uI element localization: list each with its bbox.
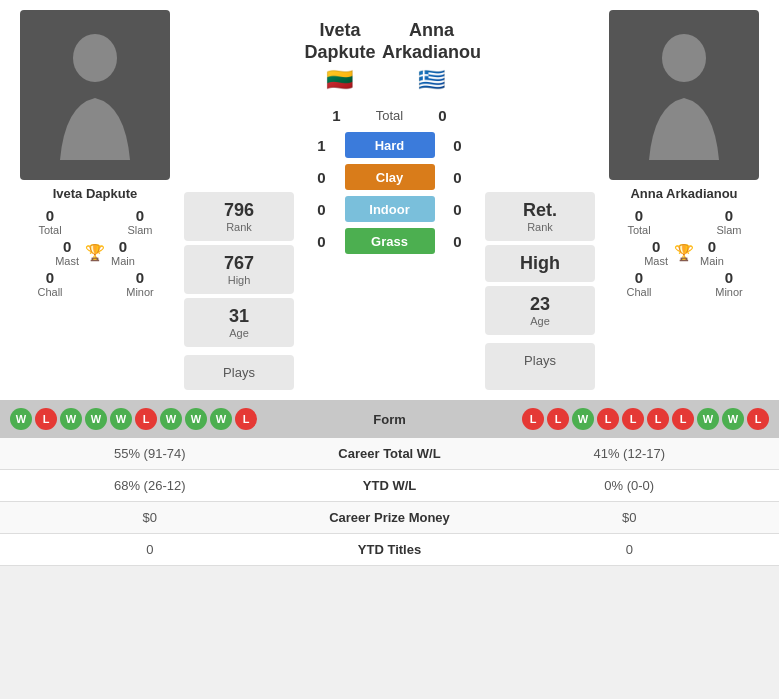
player2-rank-box: Ret. Rank: [485, 192, 595, 241]
player1-rank-box: 796 Rank: [184, 192, 294, 241]
form-badge-p1: W: [10, 408, 32, 430]
stats-row: 68% (26-12) YTD W/L 0% (0-0): [0, 470, 779, 502]
stats-center-2: Career Prize Money: [290, 510, 490, 525]
stats-right-3: 0: [490, 542, 770, 557]
player1-avatar: [20, 10, 170, 180]
form-section: WLWWWLWWWL Form LLWLLLLWWL: [0, 400, 779, 438]
player1-slam: 0 Slam: [100, 207, 180, 236]
stats-center-3: YTD Titles: [290, 542, 490, 557]
form-badge-p2: W: [572, 408, 594, 430]
player2-form-badges: LLWLLLLWWL: [522, 408, 769, 430]
stats-center-1: YTD W/L: [290, 478, 490, 493]
trophy-icon-2: 🏆: [674, 243, 694, 262]
form-badge-p1: W: [185, 408, 207, 430]
stats-row: $0 Career Prize Money $0: [0, 502, 779, 534]
stats-center-0: Career Total W/L: [290, 446, 490, 461]
player1-silhouette: [45, 30, 145, 160]
form-badge-p2: L: [522, 408, 544, 430]
player2-slam: 0 Slam: [689, 207, 769, 236]
top-section: Iveta Dapkute 0 Total 0 Slam 0 Mast 🏆: [0, 0, 779, 390]
p1-flag: 🇱🇹: [298, 67, 382, 93]
form-badge-p2: L: [597, 408, 619, 430]
player2-total: 0 Total: [599, 207, 679, 236]
stats-left-3: 0: [10, 542, 290, 557]
stats-table: 55% (91-74) Career Total W/L 41% (12-17)…: [0, 438, 779, 566]
player1-chall: 0 Chall: [10, 269, 90, 298]
player1-main: 0 Main: [111, 238, 135, 267]
form-badge-p1: W: [110, 408, 132, 430]
player2-plays-box: Plays: [485, 343, 595, 390]
p1-header-name: Iveta Dapkute: [298, 20, 382, 63]
player2-avatar: [609, 10, 759, 180]
form-badge-p2: L: [622, 408, 644, 430]
player2-trophy-row: 0 Mast 🏆 0 Main: [644, 238, 724, 267]
form-badge-p1: W: [160, 408, 182, 430]
stats-left-1: 68% (26-12): [10, 478, 290, 493]
player1-form-badges: WLWWWLWWWL: [10, 408, 257, 430]
stats-left-2: $0: [10, 510, 290, 525]
player2-minor: 0 Minor: [689, 269, 769, 298]
indoor-badge: Indoor: [345, 196, 435, 222]
p2-flag: 🇬🇷: [382, 67, 481, 93]
p2-header-name: Anna Arkadianou: [382, 20, 481, 63]
player1-age-box: 31 Age: [184, 298, 294, 347]
player1-total: 0 Total: [10, 207, 90, 236]
form-badge-p2: L: [647, 408, 669, 430]
form-badge-p1: W: [210, 408, 232, 430]
total-row: 1 Total 0: [326, 107, 454, 124]
player2-chall-minor: 0 Chall 0 Minor: [599, 269, 769, 298]
form-badge-p1: W: [60, 408, 82, 430]
trophy-icon-1: 🏆: [85, 243, 105, 262]
stats-right-0: 41% (12-17): [490, 446, 770, 461]
form-badge-p2: L: [547, 408, 569, 430]
player2-chall: 0 Chall: [599, 269, 679, 298]
indoor-row: 0 Indoor 0: [311, 196, 469, 222]
hard-row: 1 Hard 0: [311, 132, 469, 158]
stats-right-1: 0% (0-0): [490, 478, 770, 493]
player1-card: Iveta Dapkute 0 Total 0 Slam 0 Mast 🏆: [10, 10, 180, 390]
stats-row: 55% (91-74) Career Total W/L 41% (12-17): [0, 438, 779, 470]
form-badge-p1: L: [235, 408, 257, 430]
player2-mast: 0 Mast: [644, 238, 668, 267]
player1-plays-box: Plays: [184, 355, 294, 390]
hard-badge: Hard: [345, 132, 435, 158]
svg-point-0: [73, 34, 117, 82]
svg-point-1: [662, 34, 706, 82]
form-badge-p2: W: [722, 408, 744, 430]
player1-mast: 0 Mast: [55, 238, 79, 267]
stats-right-2: $0: [490, 510, 770, 525]
form-badge-p1: W: [85, 408, 107, 430]
form-badge-p2: L: [747, 408, 769, 430]
player1-middle-stats: 796 Rank 767 High 31 Age Plays: [184, 10, 294, 390]
player2-middle-stats: Ret. Rank High 23 Age Plays: [485, 10, 595, 390]
player2-main: 0 Main: [700, 238, 724, 267]
player1-trophy-row: 0 Mast 🏆 0 Main: [55, 238, 135, 267]
grass-row: 0 Grass 0: [311, 228, 469, 254]
main-container: Iveta Dapkute 0 Total 0 Slam 0 Mast 🏆: [0, 0, 779, 566]
stats-row: 0 YTD Titles 0: [0, 534, 779, 566]
player1-name: Iveta Dapkute: [53, 186, 138, 201]
form-badge-p2: W: [697, 408, 719, 430]
form-badge-p2: L: [672, 408, 694, 430]
stats-left-0: 55% (91-74): [10, 446, 290, 461]
player1-high-box: 767 High: [184, 245, 294, 294]
center-area: Iveta Dapkute 🇱🇹 Anna Arkadianou 🇬🇷 1 To…: [298, 10, 481, 390]
player1-stats-grid: 0 Total 0 Slam: [10, 207, 180, 236]
player2-stats-grid: 0 Total 0 Slam: [599, 207, 769, 236]
form-label: Form: [373, 412, 406, 427]
form-badge-p1: L: [35, 408, 57, 430]
player2-age-box: 23 Age: [485, 286, 595, 335]
player2-card: Anna Arkadianou 0 Total 0 Slam 0 Mast 🏆: [599, 10, 769, 390]
player2-name: Anna Arkadianou: [630, 186, 737, 201]
clay-row: 0 Clay 0: [311, 164, 469, 190]
grass-badge: Grass: [345, 228, 435, 254]
form-badge-p1: L: [135, 408, 157, 430]
clay-badge: Clay: [345, 164, 435, 190]
player1-minor: 0 Minor: [100, 269, 180, 298]
player2-high-box: High: [485, 245, 595, 282]
player2-silhouette: [634, 30, 734, 160]
player1-chall-minor: 0 Chall 0 Minor: [10, 269, 180, 298]
